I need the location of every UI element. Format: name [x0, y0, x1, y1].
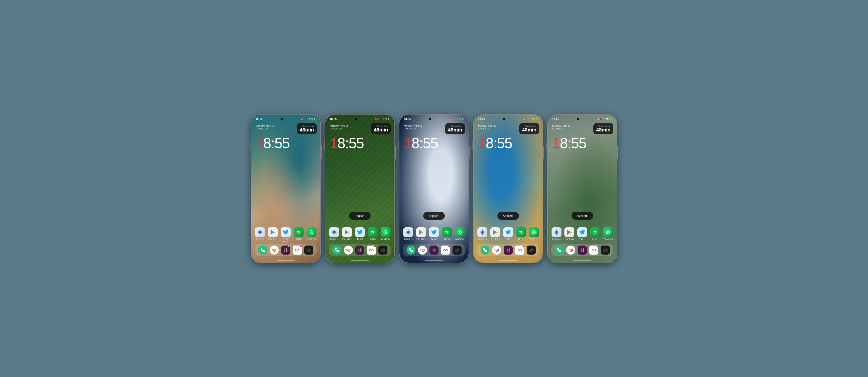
svg-point-60	[382, 250, 383, 251]
dock-item-slack[interactable]	[355, 245, 364, 254]
home-indicator-2	[425, 260, 443, 261]
app-dock-3: Corona-...	[473, 227, 543, 240]
app-item-whatsapp[interactable]: WhatsApp	[380, 227, 392, 240]
svg-rect-53	[360, 250, 362, 251]
phone-screen-4: 18:55 ⏰🔇✦▼ 84% 🔋 Screen time 48min	[548, 114, 617, 263]
screen-time-value-3: 48min	[522, 127, 536, 133]
app-dock-0: Corona-...	[251, 227, 320, 240]
dock-item-slack[interactable]	[281, 245, 290, 254]
dock-row-3	[477, 244, 539, 256]
app-item-corona[interactable]: Corona-...	[402, 227, 414, 240]
dock-item-camera[interactable]	[304, 245, 313, 254]
dock-item-camera[interactable]	[453, 245, 462, 254]
weather-line-1: Cloudy 12°	[330, 127, 348, 130]
app-item-corona[interactable]: Corona-...	[476, 227, 488, 240]
dock-item-gmail[interactable]	[293, 245, 302, 254]
dock-item-chrome[interactable]	[344, 245, 353, 254]
app-item-playstore[interactable]: Play Store	[563, 227, 575, 240]
dock-item-slack[interactable]	[504, 245, 513, 254]
clock-accent-2: 1	[404, 135, 412, 151]
dock-item-camera[interactable]	[601, 245, 610, 254]
svg-marker-69	[419, 230, 423, 234]
app-item-playstore[interactable]: Play Store	[415, 227, 427, 240]
dock-item-gmail[interactable]	[515, 245, 524, 254]
dock-item-camera[interactable]	[378, 245, 388, 254]
svg-rect-82	[432, 250, 434, 251]
dock-item-phone[interactable]	[555, 245, 564, 254]
app-item-spotify[interactable]: Spotify	[293, 227, 305, 240]
phone-frame-3: 18:55 ⏰🔇✦▼ 84% 🔋 Screen time 48min	[473, 114, 543, 263]
status-center-3	[503, 118, 505, 120]
phone-frame-4: 18:55 ⏰🔇✦▼ 84% 🔋 Screen time 48min	[547, 114, 617, 263]
svg-point-91	[457, 250, 457, 251]
dock-item-chrome[interactable]	[270, 245, 279, 254]
dot-2	[285, 241, 286, 242]
app-item-corona[interactable]: Corona-...	[254, 227, 266, 240]
camera-cutout-0	[281, 118, 283, 120]
app-item-corona[interactable]: Corona-...	[328, 227, 340, 240]
phone-0: 18:55 ⏰🔇✦▼ 84% 🔋 Screen time 48min	[251, 114, 321, 263]
app-item-playstore[interactable]: Play Store	[267, 227, 279, 240]
status-time-2: 18:55	[404, 118, 411, 121]
dock-item-chrome[interactable]	[492, 245, 501, 254]
dock-item-phone[interactable]	[332, 245, 341, 254]
app-item-corona[interactable]: Corona-...	[551, 227, 562, 240]
dock-item-slack[interactable]	[578, 245, 587, 254]
app-item-spotify[interactable]: Spotify	[441, 227, 453, 240]
dock-item-chrome[interactable]	[418, 245, 427, 254]
app-item-whatsapp[interactable]: WhatsApp	[528, 227, 540, 240]
dock-item-gmail[interactable]	[367, 245, 376, 254]
notification-dot	[448, 245, 450, 247]
app-item-spotify[interactable]: Spotify	[515, 227, 527, 240]
app-item-whatsapp[interactable]: WhatsApp	[454, 227, 466, 240]
app-item-playstore[interactable]: Play Store	[489, 227, 501, 240]
date-weather-3: Monday, April 11 Cloudy 12°	[478, 125, 496, 130]
dot-3	[287, 241, 288, 242]
app-label-whatsapp: WhatsApp	[602, 238, 614, 240]
status-center-4	[577, 118, 579, 120]
app-item-playstore[interactable]: Play Store	[341, 227, 353, 240]
status-bar-2: 18:55 ⏰🔇✦▼ 84% 🔋	[399, 114, 469, 122]
svg-rect-113	[506, 250, 508, 251]
notification-dot	[511, 245, 513, 247]
svg-rect-22	[286, 250, 288, 251]
bottom-dock-3	[473, 244, 543, 256]
date-line-2: Monday, April 11	[404, 125, 422, 127]
app-item-twitter[interactable]: Twitter	[428, 227, 440, 240]
app-item-twitter[interactable]: Twitter	[354, 227, 366, 240]
app-item-spotify[interactable]: Spotify	[367, 227, 379, 240]
camera-cutout-1	[355, 118, 357, 120]
app-label-whatsapp: WhatsApp	[454, 238, 466, 240]
screen-time-label-0: Screen time	[300, 125, 314, 127]
svg-point-138	[570, 250, 571, 250]
dock-item-camera[interactable]	[527, 245, 536, 254]
applied-toast-2: Applied!	[423, 212, 445, 220]
svg-point-32	[333, 231, 335, 233]
svg-marker-38	[345, 230, 349, 234]
app-item-twitter[interactable]: Twitter	[577, 227, 588, 240]
clock-accent-1: 1	[330, 135, 338, 151]
screen-time-widget-3: Screen time 48min	[519, 123, 539, 134]
dock-item-chrome[interactable]	[566, 245, 575, 254]
app-item-spotify[interactable]: Spotify	[589, 227, 601, 240]
app-label-twitter: Twitter	[577, 238, 588, 240]
dock-item-phone[interactable]	[406, 245, 415, 254]
app-row-1: Corona-...	[328, 227, 392, 240]
dock-item-phone[interactable]	[480, 245, 490, 254]
app-label-playstore: Play Store	[415, 238, 427, 240]
app-item-twitter[interactable]: Twitter	[280, 227, 291, 240]
dock-item-gmail[interactable]	[441, 245, 450, 254]
home-indicator-3	[499, 260, 517, 261]
app-item-whatsapp[interactable]: WhatsApp	[306, 227, 317, 240]
app-item-whatsapp[interactable]: WhatsApp	[602, 227, 614, 240]
dock-item-slack[interactable]	[430, 245, 438, 254]
dock-item-gmail[interactable]	[589, 245, 598, 254]
svg-point-63	[407, 231, 409, 233]
svg-point-154	[607, 249, 607, 250]
svg-rect-109	[506, 249, 508, 250]
app-item-twitter[interactable]: Twitter	[502, 227, 514, 240]
status-icons-2: ⏰🔇✦▼ 84% 🔋	[449, 118, 464, 120]
dock-item-phone[interactable]	[258, 245, 267, 254]
app-label-playstore: Play Store	[341, 238, 353, 240]
svg-point-14	[274, 250, 275, 250]
